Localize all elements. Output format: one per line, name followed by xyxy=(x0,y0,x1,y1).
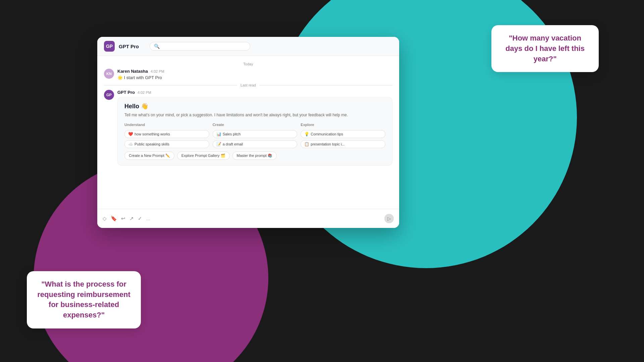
chat-body[interactable]: Today KN Karen Natasha 4:02 PM 🌟 I start… xyxy=(97,56,399,209)
understand-header: Understand xyxy=(124,123,209,127)
clipboard-icon: 📋 xyxy=(304,142,309,146)
bot-sender-name: GPT Pro xyxy=(117,90,135,95)
user-message-text: 🌟 I start with GPT Pro xyxy=(117,75,162,80)
send-icon: ▷ xyxy=(387,216,391,221)
chip-draft-email[interactable]: 📝 a draft email xyxy=(213,140,298,148)
chip-public-speaking[interactable]: ☁️ Public speaking skills xyxy=(124,140,209,148)
explore-header: Explore xyxy=(301,123,385,127)
bot-avatar: GP xyxy=(104,90,114,100)
heart-icon: ❤️ xyxy=(128,132,133,136)
chat-window: GP GPT Pro 🔍 Today KN Karen Natasha 4:02… xyxy=(97,37,399,228)
chip-communication-tips[interactable]: 💡 Communication tips xyxy=(301,130,385,138)
bookmark-icon[interactable]: 🔖 xyxy=(111,216,117,222)
last-read-line-left xyxy=(104,85,237,85)
undo-icon[interactable]: ↩ xyxy=(121,216,125,222)
bot-message-meta: GPT Pro 4:02 PM xyxy=(117,90,392,95)
create-new-prompt-button[interactable]: Create a New Prompt ✏️ xyxy=(124,152,174,160)
message-input-area[interactable] xyxy=(154,213,381,225)
bot-message-content: GPT Pro 4:02 PM Hello 👋 Tell me what's o… xyxy=(117,90,392,166)
master-the-prompt-button[interactable]: Master the prompt 📚 xyxy=(232,152,277,160)
bubble-bottom-left-text: "What is the process for requesting reim… xyxy=(36,279,131,320)
user-message-content: Karen Natasha 4:02 PM 🌟 I start with GPT… xyxy=(117,69,392,80)
bubble-top-right-text: "How many vacation days do I have left t… xyxy=(501,33,589,64)
last-read-divider: Last read xyxy=(104,83,392,87)
explore-column: Explore 💡 Communication tips 📋 presentat… xyxy=(301,123,385,148)
share-icon[interactable]: ↗ xyxy=(129,216,134,222)
chip-sales-pitch[interactable]: 📊 Sales pitch xyxy=(213,130,298,138)
footer-tools: ◇ 🔖 ↩ ↗ ✓ ... xyxy=(103,216,150,222)
send-button[interactable]: ▷ xyxy=(384,214,394,223)
check-icon[interactable]: ✓ xyxy=(138,216,142,222)
user-avatar: KN xyxy=(104,69,114,79)
bubble-bottom-left: "What is the process for requesting reim… xyxy=(27,271,141,328)
last-read-line-right xyxy=(259,85,392,85)
chip-presentation-topic[interactable]: 📋 presentation topic i... xyxy=(301,140,385,148)
attach-icon[interactable]: ◇ xyxy=(103,216,107,222)
cloud-icon: ☁️ xyxy=(128,142,133,146)
action-buttons: Create a New Prompt ✏️ Explore Prompt Ga… xyxy=(124,152,385,160)
search-icon: 🔍 xyxy=(154,44,160,49)
create-header: Create xyxy=(213,123,298,127)
chat-header: GP GPT Pro 🔍 xyxy=(97,37,399,56)
bot-message-row: GP GPT Pro 4:02 PM Hello 👋 Tell me what'… xyxy=(104,90,392,166)
user-message-row: KN Karen Natasha 4:02 PM 🌟 I start with … xyxy=(104,69,392,80)
last-read-label: Last read xyxy=(240,83,256,87)
chip-how-something-works[interactable]: ❤️ how something works xyxy=(124,130,209,138)
bot-message-time: 4:02 PM xyxy=(138,90,151,95)
chat-footer: ◇ 🔖 ↩ ↗ ✓ ... ▷ xyxy=(97,209,399,228)
bubble-top-right: "How many vacation days do I have left t… xyxy=(491,25,599,72)
create-column: Create 📊 Sales pitch 📝 a draft email xyxy=(213,123,298,148)
user-sender-name: Karen Natasha xyxy=(117,69,148,74)
search-bar[interactable]: 🔍 xyxy=(150,42,250,51)
more-icon[interactable]: ... xyxy=(146,216,150,221)
user-message-meta: Karen Natasha 4:02 PM xyxy=(117,69,392,74)
understand-column: Understand ❤️ how something works ☁️ Pub… xyxy=(124,123,209,148)
chart-icon: 📊 xyxy=(216,132,221,136)
hello-title: Hello 👋 xyxy=(124,103,385,110)
date-separator: Today xyxy=(104,62,392,66)
bulb-icon: 💡 xyxy=(304,132,309,136)
user-message-time: 4:02 PM xyxy=(151,69,164,73)
memo-icon: 📝 xyxy=(216,142,221,146)
hello-subtitle: Tell me what's on your mind, or pick a s… xyxy=(124,112,385,118)
app-icon: GP xyxy=(104,41,115,52)
explore-prompt-gallery-button[interactable]: Explore Prompt Gallery 🗂️ xyxy=(177,152,230,160)
hello-card: Hello 👋 Tell me what's on your mind, or … xyxy=(117,97,392,166)
suggestion-grid: Understand ❤️ how something works ☁️ Pub… xyxy=(124,123,385,148)
app-title: GPT Pro xyxy=(119,44,139,49)
